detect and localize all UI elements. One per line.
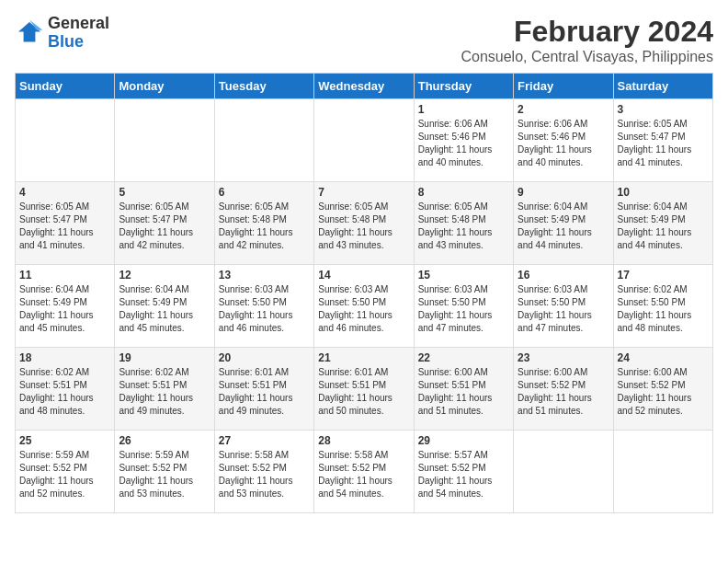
day-of-week-header: Sunday xyxy=(16,74,115,99)
day-number: 14 xyxy=(318,269,409,282)
calendar-day-cell: 2Sunrise: 6:06 AM Sunset: 5:46 PM Daylig… xyxy=(514,99,613,182)
day-info: Sunrise: 6:06 AM Sunset: 5:46 PM Dayligh… xyxy=(518,118,609,169)
day-number: 29 xyxy=(418,434,509,447)
day-number: 22 xyxy=(418,351,509,364)
day-info: Sunrise: 6:04 AM Sunset: 5:49 PM Dayligh… xyxy=(618,201,709,252)
day-number: 19 xyxy=(119,351,210,364)
day-number: 27 xyxy=(219,434,310,447)
calendar-day-cell: 7Sunrise: 6:05 AM Sunset: 5:48 PM Daylig… xyxy=(314,182,414,265)
page-title: February 2024 xyxy=(461,15,713,49)
day-number: 18 xyxy=(19,351,110,364)
day-info: Sunrise: 5:59 AM Sunset: 5:52 PM Dayligh… xyxy=(19,449,110,500)
calendar-week-row: 1Sunrise: 6:06 AM Sunset: 5:46 PM Daylig… xyxy=(16,99,713,182)
calendar-day-cell: 9Sunrise: 6:04 AM Sunset: 5:49 PM Daylig… xyxy=(514,182,613,265)
day-number: 23 xyxy=(518,351,609,364)
calendar-week-row: 4Sunrise: 6:05 AM Sunset: 5:47 PM Daylig… xyxy=(16,182,713,265)
calendar-day-cell: 19Sunrise: 6:02 AM Sunset: 5:51 PM Dayli… xyxy=(115,348,214,431)
calendar-day-cell: 15Sunrise: 6:03 AM Sunset: 5:50 PM Dayli… xyxy=(414,265,513,348)
day-number: 7 xyxy=(318,186,409,199)
day-info: Sunrise: 6:02 AM Sunset: 5:51 PM Dayligh… xyxy=(19,366,110,418)
calendar-day-cell: 17Sunrise: 6:02 AM Sunset: 5:50 PM Dayli… xyxy=(613,265,712,348)
day-info: Sunrise: 5:59 AM Sunset: 5:52 PM Dayligh… xyxy=(119,449,210,500)
calendar-day-cell: 12Sunrise: 6:04 AM Sunset: 5:49 PM Dayli… xyxy=(115,265,214,348)
calendar-day-cell: 14Sunrise: 6:03 AM Sunset: 5:50 PM Dayli… xyxy=(314,265,414,348)
calendar-day-cell: 3Sunrise: 6:05 AM Sunset: 5:47 PM Daylig… xyxy=(613,99,712,182)
calendar-day-cell: 5Sunrise: 6:05 AM Sunset: 5:47 PM Daylig… xyxy=(115,182,214,265)
calendar-day-cell: 20Sunrise: 6:01 AM Sunset: 5:51 PM Dayli… xyxy=(214,348,313,431)
day-info: Sunrise: 6:02 AM Sunset: 5:50 PM Dayligh… xyxy=(618,283,709,335)
calendar-day-cell: 11Sunrise: 6:04 AM Sunset: 5:49 PM Dayli… xyxy=(16,265,115,348)
day-info: Sunrise: 6:04 AM Sunset: 5:49 PM Dayligh… xyxy=(119,283,210,335)
day-number: 4 xyxy=(19,186,110,199)
svg-marker-0 xyxy=(18,22,40,42)
day-info: Sunrise: 6:03 AM Sunset: 5:50 PM Dayligh… xyxy=(518,283,609,335)
day-number: 3 xyxy=(618,103,709,116)
day-info: Sunrise: 6:05 AM Sunset: 5:48 PM Dayligh… xyxy=(219,201,310,252)
calendar-day-cell: 29Sunrise: 5:57 AM Sunset: 5:52 PM Dayli… xyxy=(414,431,513,513)
day-info: Sunrise: 6:05 AM Sunset: 5:48 PM Dayligh… xyxy=(418,201,509,252)
calendar-day-cell: 8Sunrise: 6:05 AM Sunset: 5:48 PM Daylig… xyxy=(414,182,513,265)
day-info: Sunrise: 6:00 AM Sunset: 5:52 PM Dayligh… xyxy=(618,366,709,418)
day-of-week-header: Thursday xyxy=(414,74,513,99)
calendar-day-cell: 13Sunrise: 6:03 AM Sunset: 5:50 PM Dayli… xyxy=(214,265,313,348)
day-number: 20 xyxy=(219,351,310,364)
day-number: 8 xyxy=(418,186,509,199)
day-info: Sunrise: 6:00 AM Sunset: 5:52 PM Dayligh… xyxy=(518,366,609,418)
day-of-week-header: Tuesday xyxy=(214,74,313,99)
logo-icon xyxy=(15,18,44,48)
day-info: Sunrise: 5:58 AM Sunset: 5:52 PM Dayligh… xyxy=(318,449,409,500)
calendar-week-row: 11Sunrise: 6:04 AM Sunset: 5:49 PM Dayli… xyxy=(16,265,713,348)
day-info: Sunrise: 6:01 AM Sunset: 5:51 PM Dayligh… xyxy=(318,366,409,418)
calendar-day-cell xyxy=(115,99,214,182)
day-of-week-header: Friday xyxy=(514,74,613,99)
calendar-day-cell: 25Sunrise: 5:59 AM Sunset: 5:52 PM Dayli… xyxy=(16,431,115,513)
day-info: Sunrise: 6:04 AM Sunset: 5:49 PM Dayligh… xyxy=(518,201,609,252)
title-section: February 2024 Consuelo, Central Visayas,… xyxy=(461,15,713,65)
calendar-week-row: 18Sunrise: 6:02 AM Sunset: 5:51 PM Dayli… xyxy=(16,348,713,431)
day-number: 10 xyxy=(618,186,709,199)
day-info: Sunrise: 6:01 AM Sunset: 5:51 PM Dayligh… xyxy=(219,366,310,418)
day-info: Sunrise: 5:58 AM Sunset: 5:52 PM Dayligh… xyxy=(219,449,310,500)
day-number: 9 xyxy=(518,186,609,199)
day-number: 2 xyxy=(518,103,609,116)
calendar-day-cell: 26Sunrise: 5:59 AM Sunset: 5:52 PM Dayli… xyxy=(115,431,214,513)
day-number: 24 xyxy=(618,351,709,364)
day-number: 26 xyxy=(119,434,210,447)
calendar-day-cell xyxy=(314,99,414,182)
calendar-day-cell: 18Sunrise: 6:02 AM Sunset: 5:51 PM Dayli… xyxy=(16,348,115,431)
calendar-day-cell: 16Sunrise: 6:03 AM Sunset: 5:50 PM Dayli… xyxy=(514,265,613,348)
day-info: Sunrise: 6:05 AM Sunset: 5:47 PM Dayligh… xyxy=(19,201,110,252)
day-number: 17 xyxy=(618,269,709,282)
day-number: 28 xyxy=(318,434,409,447)
day-number: 16 xyxy=(518,269,609,282)
day-info: Sunrise: 5:57 AM Sunset: 5:52 PM Dayligh… xyxy=(418,449,509,500)
calendar-table: SundayMondayTuesdayWednesdayThursdayFrid… xyxy=(15,73,713,513)
day-info: Sunrise: 6:03 AM Sunset: 5:50 PM Dayligh… xyxy=(318,283,409,335)
day-info: Sunrise: 6:00 AM Sunset: 5:51 PM Dayligh… xyxy=(418,366,509,418)
calendar-day-cell xyxy=(214,99,313,182)
day-number: 6 xyxy=(219,186,310,199)
calendar-day-cell xyxy=(16,99,115,182)
day-info: Sunrise: 6:03 AM Sunset: 5:50 PM Dayligh… xyxy=(219,283,310,335)
day-number: 15 xyxy=(418,269,509,282)
day-info: Sunrise: 6:05 AM Sunset: 5:47 PM Dayligh… xyxy=(119,201,210,252)
calendar-week-row: 25Sunrise: 5:59 AM Sunset: 5:52 PM Dayli… xyxy=(16,431,713,513)
calendar-day-cell xyxy=(613,431,712,513)
logo-text: General Blue xyxy=(48,15,109,52)
calendar-day-cell xyxy=(514,431,613,513)
calendar-day-cell: 23Sunrise: 6:00 AM Sunset: 5:52 PM Dayli… xyxy=(514,348,613,431)
day-number: 13 xyxy=(219,269,310,282)
day-info: Sunrise: 6:05 AM Sunset: 5:47 PM Dayligh… xyxy=(618,118,709,169)
calendar-day-cell: 22Sunrise: 6:00 AM Sunset: 5:51 PM Dayli… xyxy=(414,348,513,431)
page-header: General Blue February 2024 Consuelo, Cen… xyxy=(15,15,713,65)
day-info: Sunrise: 6:04 AM Sunset: 5:49 PM Dayligh… xyxy=(19,283,110,335)
page-subtitle: Consuelo, Central Visayas, Philippines xyxy=(461,49,713,65)
calendar-day-cell: 24Sunrise: 6:00 AM Sunset: 5:52 PM Dayli… xyxy=(613,348,712,431)
calendar-header-row: SundayMondayTuesdayWednesdayThursdayFrid… xyxy=(16,74,713,99)
day-info: Sunrise: 6:06 AM Sunset: 5:46 PM Dayligh… xyxy=(418,118,509,169)
day-info: Sunrise: 6:03 AM Sunset: 5:50 PM Dayligh… xyxy=(418,283,509,335)
calendar-day-cell: 1Sunrise: 6:06 AM Sunset: 5:46 PM Daylig… xyxy=(414,99,513,182)
calendar-day-cell: 21Sunrise: 6:01 AM Sunset: 5:51 PM Dayli… xyxy=(314,348,414,431)
day-number: 12 xyxy=(119,269,210,282)
day-number: 11 xyxy=(19,269,110,282)
